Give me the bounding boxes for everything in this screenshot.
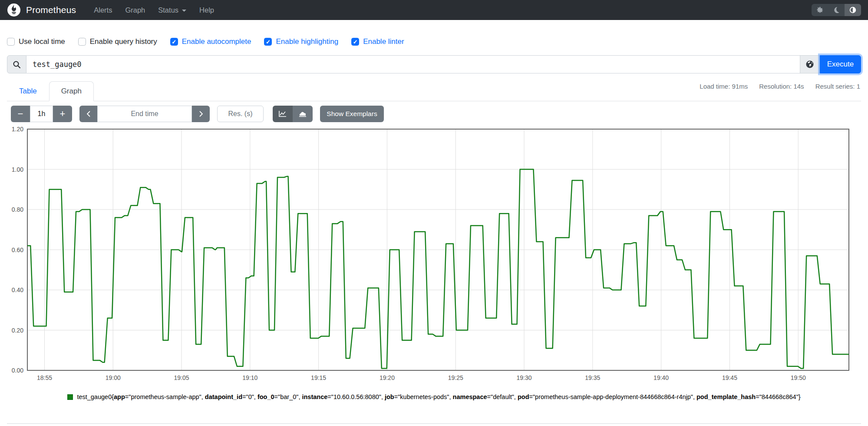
nav-item-status[interactable]: Status xyxy=(152,6,193,14)
time-forward-button[interactable] xyxy=(192,106,210,122)
checkbox-box xyxy=(78,38,86,46)
y-tick-label: 0.20 xyxy=(12,327,23,334)
execute-button[interactable]: Execute xyxy=(820,55,861,73)
chevron-right-icon xyxy=(198,110,205,117)
chevron-left-icon xyxy=(85,110,92,117)
moon-icon xyxy=(832,6,840,14)
checkbox-autocomplete[interactable]: Enable autocomplete xyxy=(170,37,251,46)
checkbox-linter[interactable]: Enable linter xyxy=(351,37,404,46)
plot-border xyxy=(27,129,849,370)
search-icon xyxy=(13,60,21,69)
y-tick-label: 1.20 xyxy=(12,126,23,133)
search-addon xyxy=(7,55,26,73)
checkbox-box xyxy=(351,38,359,46)
resolution-stat: Resolution: 14s xyxy=(759,83,804,90)
y-tick-label: 1.00 xyxy=(12,166,23,173)
x-tick-label: 19:25 xyxy=(448,374,463,381)
query-stats: Load time: 91ms Resolution: 14s Result s… xyxy=(700,83,860,90)
series-color-swatch xyxy=(67,394,73,400)
tab-graph[interactable]: Graph xyxy=(49,81,94,101)
y-tick-label: 0.40 xyxy=(12,286,23,293)
checkbox-box xyxy=(264,38,272,46)
checkbox-box xyxy=(7,38,15,46)
query-options-row: Use local time Enable query history Enab… xyxy=(7,37,404,46)
x-tick-label: 19:45 xyxy=(722,374,737,381)
nav-item-help[interactable]: Help xyxy=(193,6,221,14)
query-expression-input[interactable] xyxy=(26,55,800,73)
load-time-stat: Load time: 91ms xyxy=(700,83,748,90)
resolution-input[interactable] xyxy=(217,106,264,122)
endtime-group xyxy=(79,106,210,122)
x-tick-label: 19:05 xyxy=(174,374,189,381)
x-tick-label: 19:15 xyxy=(311,374,326,381)
x-tick-label: 19:40 xyxy=(653,374,669,381)
show-exemplars-button[interactable]: Show Exemplars xyxy=(320,106,384,122)
globe-icon xyxy=(805,60,814,69)
end-time-input[interactable] xyxy=(97,106,192,122)
x-tick-label: 18:55 xyxy=(37,374,52,381)
range-input[interactable] xyxy=(30,106,53,122)
theme-toggle-group xyxy=(812,4,861,16)
result-series-stat: Result series: 1 xyxy=(815,83,860,90)
time-back-button[interactable] xyxy=(79,106,97,122)
x-tick-label: 19:50 xyxy=(791,374,806,381)
settings-button[interactable] xyxy=(812,4,828,16)
prometheus-brand[interactable]: Prometheus xyxy=(7,3,76,17)
top-navbar: Prometheus Alerts Graph Status Help xyxy=(0,0,868,20)
x-tick-label: 19:35 xyxy=(585,374,600,381)
nav-links: Alerts Graph Status Help xyxy=(87,0,221,20)
y-tick-label: 0.80 xyxy=(12,206,23,213)
y-tick-label: 0.60 xyxy=(12,246,23,253)
x-tick-label: 19:20 xyxy=(380,374,395,381)
x-tick-label: 19:00 xyxy=(106,374,121,381)
auto-theme-button[interactable] xyxy=(845,4,861,16)
gear-icon xyxy=(816,6,824,14)
series-label[interactable]: test_gauge0{app="prometheus-sample-app",… xyxy=(77,393,800,400)
app-title: Prometheus xyxy=(26,5,76,15)
graph-controls: − + Show Exem xyxy=(11,106,384,122)
x-tick-label: 19:30 xyxy=(517,374,532,381)
prometheus-app: { "navbar": { "brand": "Prometheus", "it… xyxy=(0,0,868,426)
y-tick-label: 0.00 xyxy=(12,367,23,374)
checkbox-box xyxy=(170,38,178,46)
contrast-icon xyxy=(849,6,857,14)
prometheus-logo-icon xyxy=(7,3,21,17)
caret-down-icon xyxy=(182,10,186,12)
range-increase-button[interactable]: + xyxy=(53,106,72,122)
stacked-chart-mode-button[interactable] xyxy=(293,106,313,122)
nav-item-alerts[interactable]: Alerts xyxy=(87,6,119,14)
panel-divider xyxy=(7,423,861,424)
series-line xyxy=(27,170,849,369)
graph-legend: test_gauge0{app="prometheus-sample-app",… xyxy=(0,393,868,400)
dark-theme-button[interactable] xyxy=(828,4,845,16)
query-bar: Execute xyxy=(7,55,861,73)
stacked-area-icon xyxy=(298,110,307,117)
metrics-explorer-addon[interactable] xyxy=(800,55,820,73)
range-decrease-button[interactable]: − xyxy=(11,106,30,122)
range-group: − + xyxy=(11,106,72,122)
tab-table[interactable]: Table xyxy=(7,81,49,101)
checkbox-use-local-time[interactable]: Use local time xyxy=(7,37,65,46)
checkbox-highlighting[interactable]: Enable highlighting xyxy=(264,37,338,46)
nav-item-graph[interactable]: Graph xyxy=(119,6,152,14)
line-chart-icon xyxy=(278,110,287,117)
x-tick-label: 19:10 xyxy=(242,374,257,381)
line-chart-mode-button[interactable] xyxy=(273,106,293,122)
checkbox-query-history[interactable]: Enable query history xyxy=(78,37,157,46)
chart-mode-group xyxy=(273,106,313,122)
